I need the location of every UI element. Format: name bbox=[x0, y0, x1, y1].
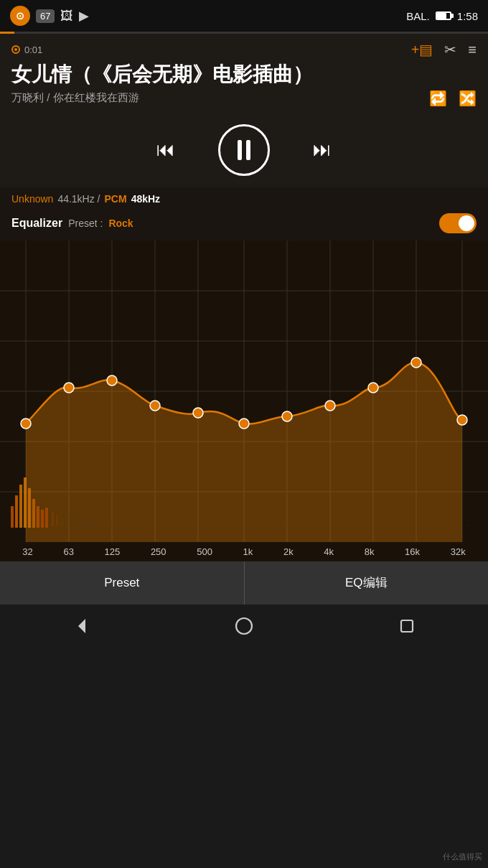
svg-rect-51 bbox=[164, 523, 166, 526]
home-button[interactable] bbox=[234, 616, 254, 636]
play-status-icon: ▶ bbox=[79, 8, 89, 24]
status-left: ⊙ 67 🖼 ▶ bbox=[10, 6, 89, 26]
play-pause-button[interactable] bbox=[218, 124, 270, 176]
menu-icon[interactable]: ≡ bbox=[468, 42, 477, 58]
svg-rect-29 bbox=[19, 485, 22, 528]
recents-button[interactable] bbox=[397, 616, 417, 636]
back-button[interactable] bbox=[71, 616, 91, 636]
svg-rect-34 bbox=[41, 510, 44, 528]
eq-label-left: Equalizer Preset : Rock bbox=[11, 217, 133, 230]
song-title: 女儿情（《后会无期》电影插曲） bbox=[11, 62, 477, 87]
svg-point-19 bbox=[150, 401, 160, 411]
song-artist: 万晓利 / 你在红楼我在西游 bbox=[11, 91, 139, 105]
svg-rect-33 bbox=[37, 506, 39, 528]
format-unknown: Unknown bbox=[11, 193, 53, 205]
freq-labels: 32 63 125 250 500 1k 2k 4k 8k 16k 32k bbox=[0, 542, 488, 561]
signal-label: BAL. bbox=[406, 10, 430, 22]
svg-rect-45 bbox=[100, 521, 103, 526]
preset-button[interactable]: Preset bbox=[0, 561, 245, 605]
format-khz: 48kHz bbox=[131, 193, 160, 205]
svg-rect-47 bbox=[118, 521, 121, 526]
svg-rect-55 bbox=[237, 523, 239, 526]
freq-32k: 32k bbox=[451, 546, 466, 557]
song-artist-row: 万晓利 / 你在红楼我在西游 🔁 🔀 bbox=[11, 90, 477, 107]
preset-value: Rock bbox=[108, 218, 133, 229]
svg-rect-58 bbox=[316, 523, 318, 526]
next-button[interactable]: ⏭ bbox=[313, 139, 332, 161]
battery-icon bbox=[436, 11, 451, 20]
equalizer-toggle[interactable] bbox=[439, 213, 477, 233]
svg-rect-31 bbox=[28, 488, 31, 528]
freq-1k: 1k bbox=[243, 546, 253, 557]
progress-bar[interactable] bbox=[0, 32, 488, 34]
svg-rect-53 bbox=[197, 523, 200, 526]
svg-rect-35 bbox=[45, 508, 48, 528]
format-pcm: PCM bbox=[105, 193, 127, 205]
svg-rect-39 bbox=[66, 517, 68, 526]
app-icon: ⊙ bbox=[10, 6, 30, 26]
svg-rect-49 bbox=[140, 522, 142, 526]
svg-point-65 bbox=[236, 618, 252, 634]
equalizer-label: Equalizer bbox=[11, 217, 62, 230]
freq-4k: 4k bbox=[324, 546, 334, 557]
play-state-dot bbox=[11, 45, 20, 54]
svg-rect-48 bbox=[128, 522, 130, 526]
image-icon: 🖼 bbox=[60, 9, 73, 24]
pause-bar-left bbox=[238, 140, 242, 160]
pause-icon bbox=[238, 140, 250, 160]
svg-point-20 bbox=[193, 408, 203, 418]
back-icon bbox=[71, 616, 91, 636]
freq-500: 500 bbox=[197, 546, 212, 557]
home-icon bbox=[234, 616, 254, 636]
svg-point-21 bbox=[239, 419, 249, 429]
svg-rect-36 bbox=[52, 512, 54, 526]
svg-rect-66 bbox=[401, 620, 413, 632]
svg-point-17 bbox=[64, 383, 74, 393]
playback-icons: 🔁 🔀 bbox=[429, 90, 477, 107]
svg-rect-59 bbox=[344, 524, 347, 526]
battery-fill bbox=[437, 13, 447, 19]
bottom-buttons: Preset EQ编辑 bbox=[0, 561, 488, 605]
svg-rect-46 bbox=[111, 521, 113, 526]
preset-label: Preset : bbox=[68, 218, 103, 229]
svg-rect-61 bbox=[416, 524, 418, 526]
freq-2k: 2k bbox=[283, 546, 294, 557]
play-time-label: 0:01 bbox=[24, 45, 42, 55]
status-bar: ⊙ 67 🖼 ▶ BAL. 1:58 bbox=[0, 0, 488, 32]
top-icons: +▤ ✂ ≡ bbox=[411, 41, 477, 58]
svg-rect-27 bbox=[11, 506, 14, 528]
add-to-playlist-icon[interactable]: +▤ bbox=[411, 41, 433, 58]
svg-rect-41 bbox=[76, 518, 78, 526]
svg-point-24 bbox=[368, 383, 378, 393]
recents-icon bbox=[397, 616, 417, 636]
shuffle-icon[interactable]: 🔀 bbox=[459, 90, 477, 107]
prev-button[interactable]: ⏮ bbox=[156, 139, 175, 161]
pause-bar-right bbox=[246, 140, 250, 160]
svg-rect-40 bbox=[71, 518, 73, 526]
format-sep: 44.1kHz / bbox=[57, 193, 100, 205]
svg-rect-44 bbox=[93, 521, 95, 526]
svg-rect-60 bbox=[380, 524, 383, 526]
svg-rect-57 bbox=[287, 523, 289, 526]
format-left: Unknown 44.1kHz / PCM 48kHz bbox=[11, 193, 160, 205]
svg-rect-28 bbox=[15, 495, 18, 528]
nav-bar bbox=[0, 605, 488, 648]
svg-point-16 bbox=[21, 419, 31, 429]
repeat-icon[interactable]: 🔁 bbox=[429, 90, 447, 107]
lyrics-icon[interactable]: ✂ bbox=[444, 41, 456, 58]
play-state-left: 0:01 bbox=[11, 45, 42, 55]
eq-graph[interactable] bbox=[0, 241, 488, 542]
svg-rect-38 bbox=[61, 516, 63, 526]
svg-rect-37 bbox=[56, 515, 58, 526]
svg-rect-43 bbox=[86, 520, 88, 526]
svg-rect-54 bbox=[215, 523, 217, 526]
eq-label-row: Equalizer Preset : Rock bbox=[0, 209, 488, 241]
freq-16k: 16k bbox=[405, 546, 420, 557]
svg-point-22 bbox=[282, 411, 292, 421]
svg-point-26 bbox=[457, 415, 467, 425]
format-info: Unknown 44.1kHz / PCM 48kHz bbox=[0, 187, 488, 209]
watermark: 什么值得买 bbox=[443, 851, 482, 862]
eq-edit-button[interactable]: EQ编辑 bbox=[245, 561, 489, 605]
freq-8k: 8k bbox=[365, 546, 375, 557]
svg-rect-52 bbox=[179, 523, 182, 526]
